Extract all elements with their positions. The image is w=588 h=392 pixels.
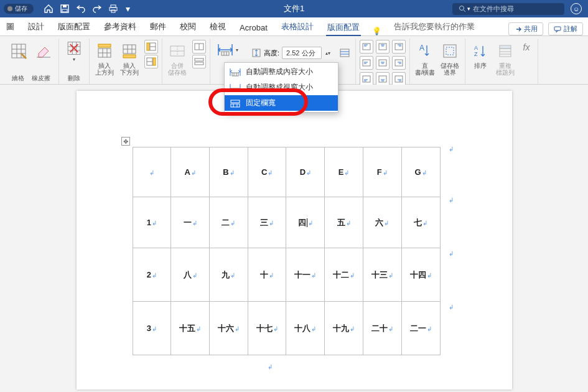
merge-cells-button [166,40,189,62]
table-cell[interactable]: 2↲ [133,248,171,302]
delete-button[interactable]: ▾ [63,40,85,62]
table-cell[interactable]: 二十↲ [363,302,401,355]
sort-button[interactable]: AZ [469,40,492,62]
table-cell[interactable]: 十二↲ [325,248,363,302]
align-tc-button[interactable] [376,40,390,54]
table-cell[interactable]: 十三↲ [363,248,401,302]
home-icon[interactable] [44,4,54,14]
svg-rect-87 [500,49,511,57]
align-bc-button[interactable] [376,72,390,86]
insert-right-button[interactable] [144,55,158,68]
table-cell[interactable]: 五↲ [325,197,363,248]
document-table[interactable]: ↲ A↲ B↲ C↲ D↲ E↲ F↲ G↲ 1↲ 一↲ 二↲ 三↲ 四↲ 五↲… [133,147,441,355]
tab-picture[interactable]: 圖 [5,21,16,35]
table-cell[interactable]: 十八↲ [286,302,325,355]
save-icon[interactable] [60,4,70,14]
table-cell[interactable]: 八↲ [171,248,210,302]
height-input[interactable]: 2.52 公分 [282,47,322,59]
table-cell[interactable]: 十五↲ [171,302,210,355]
tab-view[interactable]: 檢視 [208,21,227,35]
text-direction-button[interactable]: A [414,40,436,62]
table-cell[interactable]: 十七↲ [248,302,286,355]
comments-button[interactable]: 註解 [548,22,583,35]
split-cells-button[interactable] [192,40,206,54]
tab-table-layout[interactable]: 版面配置 [326,22,361,36]
table-cell[interactable]: 十九↲ [325,302,363,355]
table-cell[interactable]: A↲ [171,147,210,197]
table-cell[interactable]: ↲ [133,147,171,197]
align-bl-button[interactable] [360,72,373,86]
autofit-contents-item[interactable]: 自動調整成內容大小 [225,64,338,80]
tab-review[interactable]: 校閱 [179,21,197,35]
cell-margins-label: 儲存格 邊界 [441,62,459,77]
tab-references[interactable]: 參考資料 [103,21,138,35]
search-input[interactable]: ▾ 在文件中搜尋 [452,3,564,15]
eraser-button[interactable] [32,40,55,62]
insert-below-button[interactable] [118,40,141,62]
distribute-rows-button[interactable] [338,46,352,60]
align-tl-button[interactable] [360,40,373,54]
svg-rect-31 [123,55,136,58]
table-cell[interactable]: 十一↲ [286,248,325,302]
formula-button[interactable]: fx [519,40,534,55]
table-cell[interactable]: 三↲ [248,197,286,248]
table-cell[interactable]: 二一↲ [401,302,440,355]
table-cell[interactable]: 七↲ [401,197,440,248]
insert-above-label: 插入 上方列 [95,62,114,77]
table-row[interactable]: 3↲ 十五↲ 十六↲ 十七↲ 十八↲ 十九↲ 二十↲ 二一↲ [133,302,440,355]
table-cell[interactable]: 四↲ [286,197,325,248]
table-cell[interactable]: G↲ [401,147,440,197]
redo-icon[interactable] [92,4,102,14]
align-tr-button[interactable] [392,40,406,54]
table-cell[interactable]: 3↲ [133,302,171,355]
table-move-handle[interactable]: ✥ [121,137,130,146]
page[interactable]: ✥ ↲ ↲ ↲ ↲ ↲ ↲ A↲ B↲ C↲ D↲ E↲ F↲ G↲ 1↲ 一↲… [77,91,512,390]
insert-above-button[interactable] [93,40,116,62]
table-cell[interactable]: 六↲ [363,197,401,248]
undo-icon[interactable] [76,4,86,14]
tell-me-input[interactable]: 告訴我您要執行的作業 [393,21,476,35]
align-br-button[interactable] [392,72,406,86]
feedback-icon[interactable]: ☺ [571,3,582,14]
print-icon[interactable] [108,4,118,14]
tab-layout[interactable]: 版面配置 [57,21,91,35]
draw-table-button[interactable] [7,40,30,62]
align-mr-button[interactable] [392,56,406,70]
table-cell[interactable]: F↲ [363,147,401,197]
fixed-width-item[interactable]: 固定欄寬 [225,95,338,111]
svg-point-6 [460,6,464,11]
height-stepper[interactable]: ▴▾ [324,50,332,56]
table-cell[interactable]: D↲ [286,147,325,197]
svg-text:A: A [474,45,478,51]
svg-rect-2 [62,9,67,12]
alignment-group [356,39,410,84]
cell-margins-button[interactable] [439,40,461,62]
tab-mailings[interactable]: 郵件 [149,21,167,35]
table-cell[interactable]: 二↲ [209,197,248,248]
table-cell[interactable]: E↲ [325,147,363,197]
table-row[interactable]: 2↲ 八↲ 九↲ 十↲ 十一↲ 十二↲ 十三↲ 十四↲ [133,248,440,302]
table-cell[interactable]: 十↲ [248,248,286,302]
table-cell[interactable]: 十四↲ [401,248,440,302]
tab-table-design[interactable]: 表格設計 [280,21,315,35]
table-cell[interactable]: 九↲ [209,248,248,302]
svg-rect-100 [231,100,240,103]
table-row[interactable]: ↲ A↲ B↲ C↲ D↲ E↲ F↲ G↲ [133,147,440,197]
autosave-toggle[interactable]: 儲存 [4,4,34,14]
share-button[interactable]: 共用 [508,22,543,35]
align-ml-button[interactable] [360,56,373,70]
insert-left-button[interactable] [144,40,158,54]
qat-dropdown-icon[interactable]: ▾ [124,4,131,14]
autofit-button[interactable]: ▾ [214,41,243,58]
autofit-window-item[interactable]: 自動調整成視窗大小 [225,80,338,95]
split-table-button[interactable] [192,55,206,68]
table-cell[interactable]: C↲ [248,147,286,197]
table-row[interactable]: 1↲ 一↲ 二↲ 三↲ 四↲ 五↲ 六↲ 七↲ [133,197,440,248]
tab-design[interactable]: 設計 [27,21,45,35]
table-cell[interactable]: 1↲ [133,197,171,248]
table-cell[interactable]: 一↲ [171,197,210,248]
table-cell[interactable]: B↲ [209,147,248,197]
tab-acrobat[interactable]: Acrobat [238,23,269,35]
table-cell[interactable]: 十六↲ [209,302,248,355]
align-mc-button[interactable] [376,56,390,70]
